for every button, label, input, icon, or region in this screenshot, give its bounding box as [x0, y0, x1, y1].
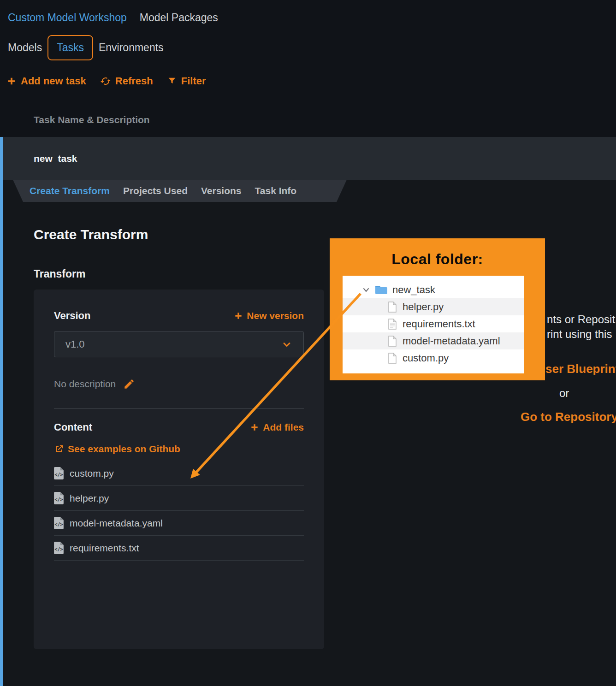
version-dropdown-value: v1.0: [65, 338, 85, 350]
description-placeholder: No description: [54, 378, 116, 390]
file-tree: new_task helper.py requirements.txt mode…: [343, 276, 524, 373]
tab-task-info[interactable]: Task Info: [255, 185, 297, 196]
see-examples-label: See examples on Github: [68, 444, 180, 455]
file-icon: [388, 336, 397, 347]
file-name: helper.py: [70, 493, 109, 504]
svg-text:</>: </>: [55, 547, 63, 552]
add-files-button[interactable]: Add files: [250, 422, 304, 433]
filter-icon: [167, 76, 177, 86]
new-version-button[interactable]: New version: [234, 310, 304, 321]
filter-label: Filter: [181, 75, 206, 87]
tree-file-label: model-metadata.yaml: [403, 335, 500, 347]
file-icon: [388, 302, 397, 313]
tree-file-row[interactable]: custom.py: [343, 349, 524, 367]
task-detail-tabs: Create Transform Projects Used Versions …: [13, 180, 347, 202]
see-examples-github-link[interactable]: See examples on Github: [54, 444, 304, 455]
tree-folder-row[interactable]: new_task: [343, 281, 524, 298]
refresh-icon: [100, 76, 111, 87]
chevron-down-icon: [281, 339, 292, 350]
tree-file-row[interactable]: model-metadata.yaml: [343, 332, 524, 349]
callout-title: Local folder:: [330, 251, 545, 268]
new-version-label: New version: [247, 310, 304, 321]
filter-button[interactable]: Filter: [167, 75, 206, 87]
chevron-down-icon: [362, 286, 370, 294]
pencil-edit-icon[interactable]: [123, 378, 135, 390]
plus-icon: [250, 423, 259, 432]
file-name: model-metadata.yaml: [70, 518, 163, 529]
svg-text:</>: </>: [55, 522, 63, 527]
list-item[interactable]: </> helper.py: [54, 486, 304, 511]
list-item[interactable]: </> model-metadata.yaml: [54, 511, 304, 536]
clipped-help-text-line2: rint using this: [547, 328, 612, 341]
external-link-icon: [54, 444, 64, 454]
folder-icon: [375, 285, 388, 295]
breadcrumb-custom-model-workshop[interactable]: Custom Model Workshop: [8, 12, 127, 24]
page-title: Create Transform: [34, 227, 148, 242]
task-name: new_task: [34, 153, 77, 164]
tab-projects-used[interactable]: Projects Used: [123, 185, 188, 196]
add-files-label: Add files: [263, 422, 304, 433]
table-row[interactable]: new_task: [3, 137, 616, 180]
content-label: Content: [54, 421, 92, 433]
breadcrumb-model-packages[interactable]: Model Packages: [140, 12, 218, 24]
tree-file-label: helper.py: [403, 301, 444, 313]
or-label: or: [559, 387, 569, 400]
plus-icon: [234, 311, 243, 320]
file-name: requirements.txt: [70, 543, 139, 554]
code-file-icon: </>: [54, 492, 64, 504]
svg-text:</>: </>: [55, 472, 63, 477]
refresh-button[interactable]: Refresh: [100, 75, 153, 87]
workshop-nav-tabs: Models Tasks Environments: [8, 35, 164, 60]
code-file-icon: </>: [54, 517, 64, 529]
refresh-label: Refresh: [115, 75, 153, 87]
file-name: custom.py: [70, 468, 114, 479]
user-blueprints-link[interactable]: ser Blueprints: [545, 362, 616, 376]
tab-tasks[interactable]: Tasks: [47, 35, 93, 60]
transform-panel: Version New version v1.0 No description …: [34, 290, 324, 649]
text-file-icon: [388, 319, 397, 330]
plus-icon: [6, 76, 17, 86]
tab-create-transform[interactable]: Create Transform: [30, 185, 110, 196]
tree-folder-label: new_task: [392, 284, 435, 296]
list-item[interactable]: </> custom.py: [54, 461, 304, 486]
version-dropdown[interactable]: v1.0: [54, 331, 304, 357]
content-file-list: </> custom.py </> helper.py </> model-me…: [54, 461, 304, 561]
tree-file-label: requirements.txt: [403, 318, 475, 330]
tab-environments[interactable]: Environments: [99, 35, 164, 60]
go-to-repository-link[interactable]: Go to Repository: [521, 410, 616, 424]
svg-text:</>: </>: [55, 497, 63, 502]
tree-file-row[interactable]: helper.py: [343, 298, 524, 315]
code-file-icon: </>: [54, 542, 64, 554]
tab-models[interactable]: Models: [8, 35, 42, 60]
version-label: Version: [54, 310, 90, 322]
divider: [54, 408, 304, 408]
tree-file-label: custom.py: [403, 352, 449, 364]
code-file-icon: </>: [54, 467, 64, 479]
file-icon: [388, 353, 397, 364]
add-new-task-button[interactable]: Add new task: [6, 75, 86, 87]
add-new-task-label: Add new task: [21, 75, 86, 87]
tab-versions[interactable]: Versions: [201, 185, 242, 196]
tree-file-row[interactable]: requirements.txt: [343, 315, 524, 332]
tasks-toolbar: Add new task Refresh Filter: [6, 75, 206, 87]
local-folder-callout: Local folder: new_task helper.py require…: [330, 238, 545, 380]
list-item[interactable]: </> requirements.txt: [54, 536, 304, 561]
clipped-help-text-line1: nts or Reposit: [547, 313, 615, 326]
section-title-transform: Transform: [34, 268, 85, 280]
breadcrumb: Custom Model Workshop Model Packages: [8, 12, 218, 24]
column-header-task-name: Task Name & Description: [34, 114, 150, 125]
